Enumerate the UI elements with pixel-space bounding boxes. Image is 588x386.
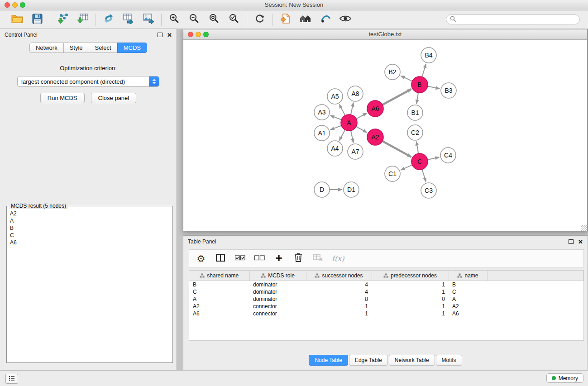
graph-node-D[interactable]: D bbox=[314, 182, 330, 197]
cell[interactable]: B bbox=[449, 281, 487, 289]
graph-node-A7[interactable]: A7 bbox=[348, 144, 363, 159]
graph-node-B4[interactable]: B4 bbox=[421, 48, 436, 63]
cell[interactable]: 1 bbox=[372, 288, 449, 295]
zoom-selected-button[interactable] bbox=[227, 13, 241, 26]
homes-button[interactable] bbox=[299, 13, 312, 26]
graph-edge-A-A3[interactable] bbox=[330, 115, 342, 119]
cell[interactable]: C bbox=[449, 288, 487, 295]
apply-layout-button[interactable] bbox=[253, 13, 267, 26]
criterion-dropdown[interactable]: largest connected component (directed) bbox=[17, 76, 159, 87]
graphics-details-button[interactable] bbox=[339, 13, 352, 26]
open-session-button[interactable] bbox=[10, 13, 24, 26]
cell[interactable]: dominator bbox=[249, 288, 306, 295]
graph-node-B3[interactable]: B3 bbox=[441, 83, 456, 98]
network-canvas[interactable]: AA6A2BCA5A8A3A1A4A7B2B4B3B1C2C4C1C3DD1 bbox=[183, 40, 587, 231]
table-settings-button[interactable]: ⚙ bbox=[196, 253, 206, 264]
cell[interactable]: A6 bbox=[449, 310, 487, 317]
save-session-button[interactable] bbox=[30, 13, 44, 26]
cell[interactable]: dominator bbox=[249, 281, 306, 289]
table-row[interactable]: C dominator 4 1 C bbox=[189, 288, 583, 295]
cell[interactable]: A bbox=[189, 295, 249, 303]
show-panels-button[interactable] bbox=[5, 374, 18, 384]
graph-edge-A-A1[interactable] bbox=[330, 125, 342, 129]
graph-node-B1[interactable]: B1 bbox=[407, 105, 423, 120]
graph-node-A1[interactable]: A1 bbox=[314, 125, 330, 141]
import-network-button[interactable] bbox=[56, 13, 70, 26]
function-builder-button[interactable]: f(x) bbox=[332, 253, 344, 264]
export-image-button[interactable] bbox=[142, 13, 155, 26]
create-column-button[interactable]: + bbox=[273, 253, 284, 264]
cell[interactable]: 1 bbox=[372, 281, 449, 289]
zoom-out-button[interactable] bbox=[187, 13, 201, 26]
graph-node-A[interactable]: A bbox=[341, 114, 357, 131]
graph-node-C3[interactable]: C3 bbox=[421, 183, 436, 198]
close-panel-button[interactable]: Close panel bbox=[91, 93, 137, 103]
graph-node-C2[interactable]: C2 bbox=[407, 125, 423, 140]
float-table-panel-button[interactable] bbox=[569, 239, 574, 244]
tab-network[interactable]: Network bbox=[29, 43, 64, 53]
graph-node-A3[interactable]: A3 bbox=[314, 105, 330, 120]
zoom-in-button[interactable] bbox=[167, 13, 181, 26]
select-all-button[interactable] bbox=[234, 253, 245, 264]
zoom-fit-button[interactable] bbox=[207, 13, 221, 26]
tab-node-table[interactable]: Node Table bbox=[309, 355, 348, 366]
search-box[interactable] bbox=[446, 14, 580, 24]
tab-select[interactable]: Select bbox=[89, 43, 118, 53]
close-panel-icon-button[interactable]: ✕ bbox=[167, 32, 172, 38]
graph-node-A5[interactable]: A5 bbox=[327, 89, 343, 104]
graph-edge-B-B1[interactable] bbox=[416, 93, 418, 104]
cell[interactable]: dominator bbox=[249, 295, 306, 303]
table-row[interactable]: A6 connector 1 1 A6 bbox=[189, 310, 583, 317]
graph-node-A2[interactable]: A2 bbox=[367, 129, 383, 145]
delete-table-button[interactable] bbox=[312, 253, 323, 264]
graph-edge-B-B4[interactable] bbox=[422, 64, 426, 77]
import-table-button[interactable] bbox=[76, 13, 90, 26]
network-window-titlebar[interactable]: testGlobe.txt bbox=[183, 29, 587, 40]
cell[interactable]: A6 bbox=[189, 310, 249, 317]
network-graph[interactable]: AA6A2BCA5A8A3A1A4A7B2B4B3B1C2C4C1C3DD1 bbox=[183, 40, 587, 231]
graph-edge-A-A7[interactable] bbox=[351, 131, 354, 143]
tab-style[interactable]: Style bbox=[63, 43, 89, 53]
cell[interactable]: B bbox=[189, 281, 249, 289]
cell[interactable]: A2 bbox=[189, 303, 249, 310]
graph-edge-C-C4[interactable] bbox=[428, 157, 440, 160]
memory-button[interactable]: Memory bbox=[546, 373, 583, 383]
graph-node-A8[interactable]: A8 bbox=[348, 86, 363, 101]
graph-edge-C-C3[interactable] bbox=[422, 169, 426, 182]
cell[interactable]: A2 bbox=[449, 303, 487, 310]
cell[interactable]: 1 bbox=[306, 310, 372, 317]
graph-edge-A-A2[interactable] bbox=[356, 127, 367, 133]
graph-node-A6[interactable]: A6 bbox=[367, 100, 383, 117]
delete-columns-button[interactable] bbox=[293, 253, 304, 264]
graph-node-C4[interactable]: C4 bbox=[440, 148, 456, 163]
export-network-button[interactable] bbox=[102, 13, 115, 26]
table-row[interactable]: A dominator 8 0 A bbox=[189, 295, 583, 303]
graph-edge-A-A6[interactable] bbox=[356, 113, 367, 119]
graph-node-C[interactable]: C bbox=[411, 153, 428, 170]
column-header-predecessor-nodes[interactable]: predecessor nodes bbox=[372, 271, 449, 281]
graph-edge-C-C2[interactable] bbox=[416, 142, 418, 153]
graph-edge-A-A8[interactable] bbox=[351, 103, 354, 115]
document-button[interactable] bbox=[279, 13, 292, 26]
search-input[interactable] bbox=[458, 16, 576, 23]
cell[interactable]: connector bbox=[249, 310, 306, 317]
column-header-name[interactable]: name bbox=[449, 271, 487, 281]
graph-node-A4[interactable]: A4 bbox=[327, 141, 343, 156]
table-row[interactable]: B dominator 4 1 B bbox=[189, 281, 583, 289]
graph-edge-A-A4[interactable] bbox=[339, 130, 345, 141]
graph-edge-A-A5[interactable] bbox=[339, 105, 345, 115]
column-header-shared-name[interactable]: shared name bbox=[189, 271, 249, 281]
graph-edge-B-B2[interactable] bbox=[401, 76, 412, 81]
cell[interactable]: 1 bbox=[372, 310, 449, 317]
graph-node-D1[interactable]: D1 bbox=[344, 182, 359, 197]
cell[interactable]: 8 bbox=[306, 295, 372, 303]
graph-edge-C-C1[interactable] bbox=[401, 165, 412, 170]
birdseye-view-button[interactable] bbox=[319, 13, 332, 26]
cell[interactable]: 1 bbox=[372, 303, 449, 310]
cell[interactable]: C bbox=[189, 288, 249, 295]
column-header-successor-nodes[interactable]: successor nodes bbox=[306, 271, 372, 281]
cell[interactable]: A bbox=[449, 295, 487, 303]
cell[interactable]: 4 bbox=[306, 288, 372, 295]
graph-edge-B-B3[interactable] bbox=[428, 86, 440, 89]
tab-edge-table[interactable]: Edge Table bbox=[349, 355, 388, 366]
